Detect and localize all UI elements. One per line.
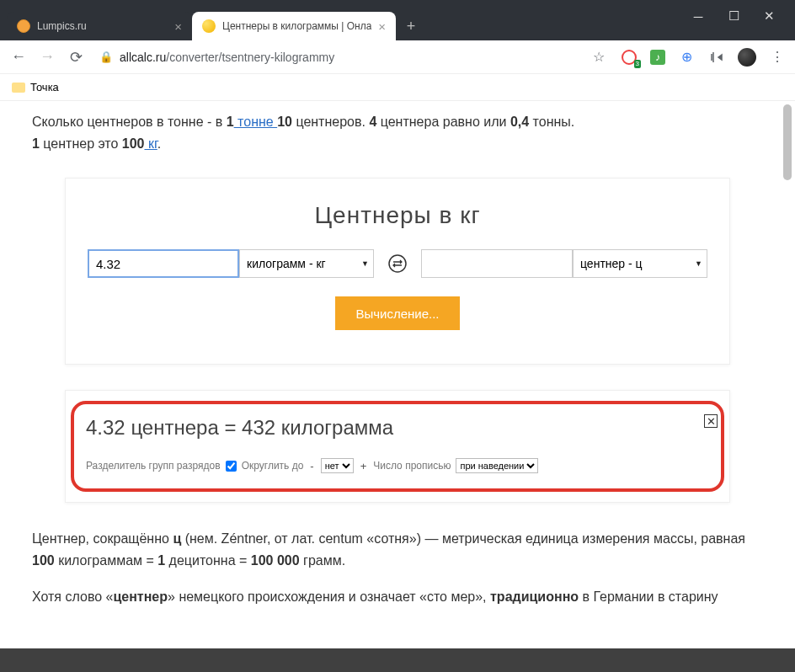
extension-globe-icon[interactable]: ⊕	[677, 48, 696, 67]
bottom-taskbar	[0, 648, 795, 672]
result-card: ✕ 4.32 центнера = 432 килограмма Раздели…	[65, 390, 730, 503]
description-p1: Центнер, сокращённо ц (нем. Zéntner, от …	[32, 528, 763, 571]
back-button[interactable]: ←	[8, 47, 29, 67]
result-highlight: 4.32 центнера = 432 килограмма Разделите…	[71, 401, 724, 492]
menu-button[interactable]: ⋮	[768, 48, 787, 67]
browser-toolbar: ← → ⟳ 🔒 allcalc.ru/converter/tsentnery-k…	[0, 40, 795, 74]
tab-lumpics[interactable]: Lumpics.ru ×	[7, 12, 192, 40]
unit-from-select[interactable]: килограмм - кг	[239, 249, 374, 278]
round-minus[interactable]: -	[308, 460, 315, 472]
round-plus[interactable]: +	[359, 460, 369, 472]
reload-button[interactable]: ⟳	[66, 47, 86, 67]
intro-text: Сколько центнеров в тонне - в 1 тонне 10…	[32, 101, 763, 169]
words-label: Число прописью	[373, 460, 451, 472]
description-p2: Хотя слово «центнер» немецкого происхожд…	[32, 586, 763, 608]
tab-title: Lumpics.ru	[37, 20, 168, 32]
extension-opera-icon[interactable]: 3	[620, 48, 638, 67]
separator-checkbox[interactable]	[226, 461, 237, 472]
result-text: 4.32 центнера = 432 килограмма	[86, 416, 709, 440]
lock-icon: 🔒	[99, 51, 113, 63]
result-options: Разделитель групп разрядов Округлить до …	[86, 458, 709, 473]
round-select[interactable]: нет	[321, 458, 354, 473]
maximize-button[interactable]: ☐	[728, 10, 739, 22]
folder-icon	[12, 83, 25, 93]
new-tab-button[interactable]: +	[399, 14, 423, 38]
favicon-icon	[17, 19, 30, 33]
round-label: Округлить до	[242, 460, 304, 472]
separator-label: Разделитель групп разрядов	[86, 460, 221, 472]
tab-title: Центнеры в килограммы | Онла	[222, 20, 371, 32]
address-bar[interactable]: 🔒 allcalc.ru/converter/tsentnery-kilogra…	[94, 51, 581, 64]
unit-to-select[interactable]: центнер - ц	[573, 249, 707, 278]
close-window-button[interactable]: ✕	[763, 10, 775, 22]
tab-strip: Lumpics.ru × Центнеры в килограммы | Онл…	[0, 8, 795, 40]
media-icon[interactable]	[707, 48, 726, 67]
url-path: /converter/tsentnery-kilogrammy	[166, 51, 334, 64]
star-icon[interactable]: ☆	[590, 48, 608, 67]
words-select[interactable]: при наведении	[456, 458, 538, 473]
calculate-button[interactable]: Вычисление...	[335, 296, 459, 330]
profile-avatar[interactable]	[738, 48, 756, 67]
close-tab-icon[interactable]: ×	[174, 19, 182, 34]
link-tonne[interactable]: тонне	[234, 115, 278, 129]
url-domain: allcalc.ru	[120, 51, 166, 64]
svg-point-1	[389, 255, 406, 272]
scrollbar[interactable]	[782, 101, 793, 672]
extension-green-icon[interactable]: ♪	[650, 50, 665, 65]
forward-button[interactable]: →	[37, 47, 57, 67]
value-to-input[interactable]	[421, 249, 573, 278]
tab-allcalc[interactable]: Центнеры в килограммы | Онла ×	[192, 12, 396, 40]
bookmark-item[interactable]: Точка	[30, 81, 59, 93]
page-content: Сколько центнеров в тонне - в 1 тонне 10…	[0, 101, 795, 672]
calculator-card: Центнеры в кг килограмм - кг центнер - ц…	[65, 178, 730, 365]
close-tab-icon[interactable]: ×	[378, 19, 386, 34]
close-result-button[interactable]: ✕	[704, 414, 718, 428]
calculator-title: Центнеры в кг	[74, 202, 721, 229]
bookmarks-bar: Точка	[0, 74, 795, 101]
favicon-icon	[202, 19, 216, 33]
link-kg[interactable]: кг	[144, 136, 157, 151]
swap-button[interactable]	[381, 249, 414, 278]
value-from-input[interactable]	[88, 249, 239, 278]
window-controls: ─ ☐ ✕	[680, 5, 787, 27]
minimize-button[interactable]: ─	[692, 10, 704, 22]
